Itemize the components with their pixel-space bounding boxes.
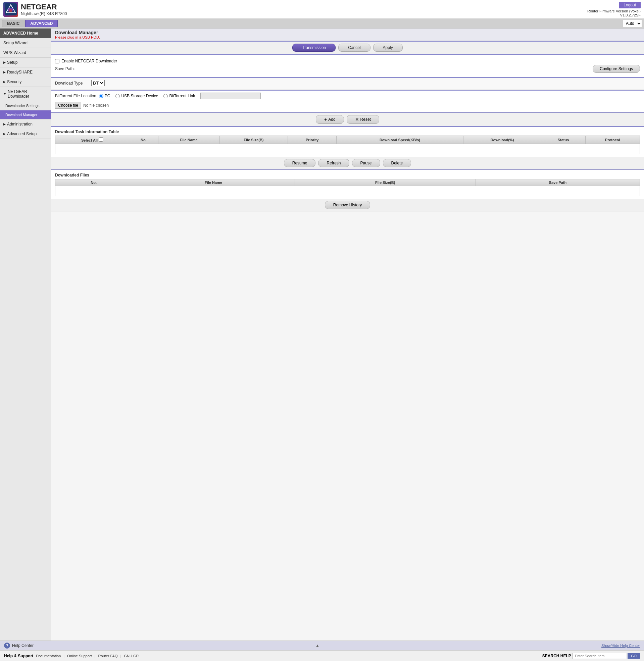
enable-label: Enable NETGEAR Downloader xyxy=(62,59,117,64)
configure-settings-button[interactable]: Configure Settings xyxy=(593,65,640,73)
choose-file-button[interactable]: Choose file xyxy=(55,102,81,109)
help-arrow-icon: ▲ xyxy=(315,643,320,648)
downloaded-title: Downloaded Files xyxy=(55,173,640,178)
auto-select[interactable]: Auto xyxy=(622,20,642,27)
add-button[interactable]: + Add xyxy=(316,115,344,124)
refresh-button[interactable]: Refresh xyxy=(318,159,349,167)
sidebar-item-security[interactable]: ▶ Security xyxy=(0,77,51,87)
layout: ADVANCED Home Setup Wizard WPS Wizard ▶ … xyxy=(0,28,644,653)
col-file-name: File Name xyxy=(158,136,220,144)
sidebar: ADVANCED Home Setup Wizard WPS Wizard ▶ … xyxy=(0,28,51,653)
action-bar: Transmission Cancel Apply xyxy=(51,42,644,54)
sidebar-item-netgear-downloader[interactable]: ▼ NETGEAR Downloader xyxy=(0,87,51,101)
bittorrent-location-section: BitTorrent File Location PC USB Storage … xyxy=(51,91,644,112)
sidebar-item-download-manager[interactable]: Download Manager xyxy=(0,110,51,119)
page-title: Download Manager xyxy=(55,30,640,35)
svg-rect-3 xyxy=(9,9,12,12)
basic-tab[interactable]: BASIC xyxy=(2,20,24,27)
col-download-speed: Download Speed(KB/s) xyxy=(337,136,463,144)
radio-link-label: BitTorrent Link xyxy=(169,94,195,98)
sidebar-item-setup[interactable]: ▶ Setup xyxy=(0,58,51,67)
brand-text: NETGEAR Nighthawk(R) X4S R7800 xyxy=(21,3,67,16)
transmission-button[interactable]: Transmission xyxy=(292,44,336,52)
apply-button[interactable]: Apply xyxy=(373,44,403,52)
logout-button[interactable]: Logout xyxy=(619,2,641,8)
nav-bar: BASIC ADVANCED Auto xyxy=(0,19,644,28)
page-header-area: Download Manager Please plug in a USB HD… xyxy=(51,28,644,41)
sidebar-item-readyshare[interactable]: ▶ ReadySHARE xyxy=(0,67,51,77)
file-choose-row: Choose file No file chosen xyxy=(55,101,640,110)
col-file-size: File Size(B) xyxy=(220,136,288,144)
arrow-icon: ▶ xyxy=(3,122,6,126)
radio-link: BitTorrent Link xyxy=(163,94,195,98)
dl-col-file-size: File Size(B) xyxy=(295,179,476,186)
select-all-checkbox[interactable] xyxy=(99,137,103,142)
download-type-select[interactable]: BT xyxy=(91,80,105,86)
table-row xyxy=(55,144,640,154)
location-row: BitTorrent File Location PC USB Storage … xyxy=(55,93,640,99)
task-table: Select All No. File Name File Size(B) Pr… xyxy=(55,136,640,154)
save-path-row: Save Path: Configure Settings xyxy=(55,65,640,73)
arrow-icon: ▼ xyxy=(3,92,6,96)
reset-icon: ✕ xyxy=(355,117,359,122)
show-hide-help-link[interactable]: Show/Hide Help Center xyxy=(601,643,640,647)
arrow-icon: ▶ xyxy=(3,132,6,136)
download-type-row: Download Type BT xyxy=(55,80,640,86)
radio-pc-input[interactable] xyxy=(99,94,104,98)
download-type-label: Download Type xyxy=(55,81,89,86)
sidebar-item-wps-wizard[interactable]: WPS Wizard xyxy=(0,48,51,58)
sidebar-item-advanced-setup[interactable]: ▶ Advanced Setup xyxy=(0,129,51,139)
help-center: ? Help Center ▲ Show/Hide Help Center xyxy=(51,640,644,650)
content-spacer xyxy=(51,211,644,413)
arrow-icon: ▶ xyxy=(3,61,6,64)
task-table-section: Download Task Information Table Select A… xyxy=(51,127,644,157)
radio-usb-input[interactable] xyxy=(115,94,120,98)
remove-history-bar: Remove History xyxy=(51,199,644,211)
dl-col-file-name: File Name xyxy=(132,179,295,186)
firmware-info: Router Firmware Version (Voxel) V1.0.2.7… xyxy=(587,9,641,17)
no-file-text: No file chosen xyxy=(83,103,109,108)
sidebar-item-setup-wizard[interactable]: Setup Wizard xyxy=(0,38,51,48)
advanced-tab[interactable]: ADVANCED xyxy=(25,20,58,27)
downloaded-table: No. File Name File Size(B) Save Path xyxy=(55,179,640,196)
reset-button[interactable]: ✕ Reset xyxy=(347,115,379,124)
radio-usb-label: USB Storage Device xyxy=(121,94,158,98)
sidebar-item-advanced-home[interactable]: ADVANCED Home xyxy=(0,28,51,38)
radio-pc-label: PC xyxy=(105,94,110,98)
col-protocol: Protocol xyxy=(585,136,640,144)
plus-icon: + xyxy=(324,117,327,122)
col-status: Status xyxy=(541,136,585,144)
sidebar-item-downloader-settings[interactable]: Downloader Settings xyxy=(0,101,51,110)
radio-group: PC USB Storage Device BitTorrent Link xyxy=(99,93,261,99)
arrow-icon: ▶ xyxy=(3,70,6,74)
col-select-all[interactable]: Select All xyxy=(55,136,129,144)
save-path-label: Save Path: xyxy=(55,66,89,71)
download-type-section: Download Type BT xyxy=(51,78,644,90)
device-name: Nighthawk(R) X4S R7800 xyxy=(21,11,67,16)
pause-button[interactable]: Pause xyxy=(352,159,380,167)
radio-link-input[interactable] xyxy=(163,94,168,98)
arrow-icon: ▶ xyxy=(3,80,6,84)
enable-checkbox[interactable] xyxy=(55,59,60,64)
location-label: BitTorrent File Location xyxy=(55,94,96,98)
footer: Help & Support Documentation | Online Su… xyxy=(0,650,644,653)
task-action-bar: Resume Refresh Pause Delete xyxy=(51,157,644,169)
resume-button[interactable]: Resume xyxy=(284,159,316,167)
table-row xyxy=(55,186,640,196)
radio-usb: USB Storage Device xyxy=(115,94,158,98)
sidebar-item-administration[interactable]: ▶ Administration xyxy=(0,119,51,129)
dl-col-save-path: Save Path xyxy=(476,179,640,186)
warning-message: Please plug in a USB HDD. xyxy=(55,35,640,39)
netgear-logo xyxy=(3,2,18,17)
radio-pc: PC xyxy=(99,94,110,98)
logo-area: NETGEAR Nighthawk(R) X4S R7800 xyxy=(3,2,67,17)
brand-name: NETGEAR xyxy=(21,3,67,11)
cancel-button[interactable]: Cancel xyxy=(338,44,370,52)
bittorrent-link-input[interactable] xyxy=(200,93,261,99)
delete-button[interactable]: Delete xyxy=(383,159,411,167)
header-right: Logout Router Firmware Version (Voxel) V… xyxy=(587,2,641,17)
remove-history-button[interactable]: Remove History xyxy=(325,201,370,209)
main-content: Download Manager Please plug in a USB HD… xyxy=(51,28,644,653)
form-section: Enable NETGEAR Downloader Save Path: Con… xyxy=(51,55,644,77)
downloaded-section: Downloaded Files No. File Name File Size… xyxy=(51,170,644,199)
